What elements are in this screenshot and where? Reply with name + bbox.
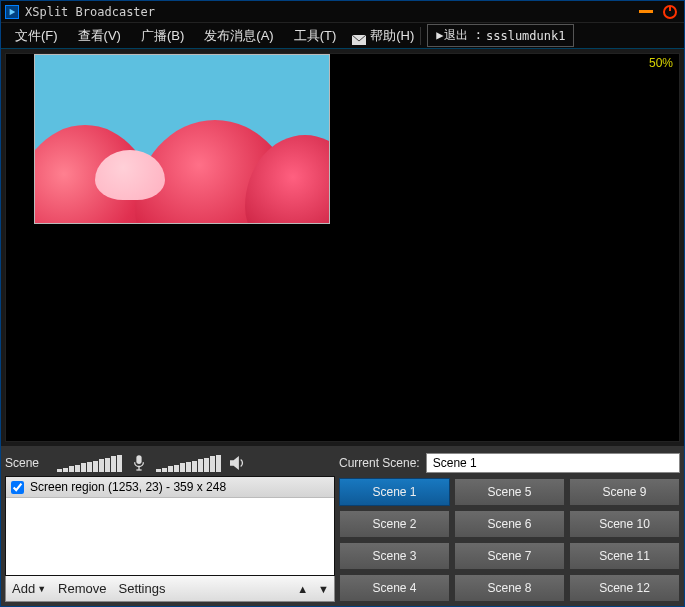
current-scene-row: Current Scene: — [339, 450, 680, 476]
scene-button-5[interactable]: Scene 5 — [454, 478, 565, 506]
source-visibility-checkbox[interactable] — [11, 481, 24, 494]
menu-help-group[interactable]: 帮助(H) — [346, 27, 420, 45]
scene-button-2[interactable]: Scene 2 — [339, 510, 450, 538]
svg-marker-0 — [10, 8, 16, 14]
scene-grid: Scene 1Scene 5Scene 9Scene 2Scene 6Scene… — [339, 478, 680, 602]
source-settings-button[interactable]: Settings — [112, 576, 171, 601]
preview-image — [35, 55, 329, 223]
window-controls — [636, 4, 680, 20]
remove-source-button[interactable]: Remove — [52, 576, 112, 601]
scene-button-7[interactable]: Scene 7 — [454, 542, 565, 570]
scene-button-11[interactable]: Scene 11 — [569, 542, 680, 570]
app-icon — [5, 5, 19, 19]
window-title: XSplit Broadcaster — [25, 5, 636, 19]
title-bar: XSplit Broadcaster — [1, 1, 684, 23]
logout-prefix: ▶退出 : — [436, 27, 482, 44]
scene-heading: Scene — [5, 456, 51, 470]
scene-button-1[interactable]: Scene 1 — [339, 478, 450, 506]
close-button[interactable] — [660, 4, 680, 20]
menu-broadcast[interactable]: 广播(B) — [131, 24, 194, 48]
menu-bar: 文件(F) 查看(V) 广播(B) 发布消息(A) 工具(T) 帮助(H) ▶退… — [1, 23, 684, 49]
minimize-button[interactable] — [636, 4, 656, 20]
scenes-panel: Current Scene: Scene 1Scene 5Scene 9Scen… — [339, 450, 680, 602]
scene-button-8[interactable]: Scene 8 — [454, 574, 565, 602]
scene-button-3[interactable]: Scene 3 — [339, 542, 450, 570]
menu-view[interactable]: 查看(V) — [68, 24, 131, 48]
scene-button-4[interactable]: Scene 4 — [339, 574, 450, 602]
scene-button-10[interactable]: Scene 10 — [569, 510, 680, 538]
logout-user: ssslumdunk1 — [486, 29, 565, 43]
source-list[interactable]: Screen region (1253, 23) - 359 x 248 — [5, 476, 335, 576]
menu-file[interactable]: 文件(F) — [5, 24, 68, 48]
logout-button[interactable]: ▶退出 : ssslumdunk1 — [427, 24, 574, 47]
add-source-button[interactable]: Add▼ — [6, 576, 52, 601]
mic-volume-meter[interactable] — [57, 454, 122, 472]
menu-separator — [420, 27, 421, 45]
zoom-indicator: 50% — [649, 56, 673, 70]
current-scene-input[interactable] — [426, 453, 680, 473]
preview-source[interactable] — [34, 54, 330, 224]
microphone-icon[interactable] — [128, 452, 150, 474]
speaker-volume-meter[interactable] — [156, 454, 221, 472]
source-toolbar: Add▼ Remove Settings ▲ ▼ — [5, 576, 335, 602]
sources-panel: Scene Screen region (1253, 23) - 359 x 2… — [5, 450, 335, 602]
envelope-icon — [352, 31, 366, 41]
source-label: Screen region (1253, 23) - 359 x 248 — [30, 480, 226, 494]
move-up-button[interactable]: ▲ — [292, 583, 313, 595]
speaker-icon[interactable] — [227, 452, 249, 474]
menu-help-label: 帮助(H) — [370, 27, 414, 45]
scene-button-6[interactable]: Scene 6 — [454, 510, 565, 538]
menu-publish[interactable]: 发布消息(A) — [194, 24, 283, 48]
svg-rect-1 — [639, 10, 653, 13]
menu-tools[interactable]: 工具(T) — [284, 24, 347, 48]
move-down-button[interactable]: ▼ — [313, 583, 334, 595]
source-item[interactable]: Screen region (1253, 23) - 359 x 248 — [6, 477, 334, 498]
app-window: XSplit Broadcaster 文件(F) 查看(V) 广播(B) 发布消… — [0, 0, 685, 607]
current-scene-label: Current Scene: — [339, 456, 420, 470]
bottom-panel: Scene Screen region (1253, 23) - 359 x 2… — [1, 446, 684, 606]
scene-button-9[interactable]: Scene 9 — [569, 478, 680, 506]
svg-rect-5 — [136, 455, 141, 464]
preview-area[interactable]: 50% — [5, 53, 680, 442]
audio-controls-row: Scene — [5, 450, 335, 476]
svg-marker-8 — [230, 456, 239, 470]
scene-button-12[interactable]: Scene 12 — [569, 574, 680, 602]
